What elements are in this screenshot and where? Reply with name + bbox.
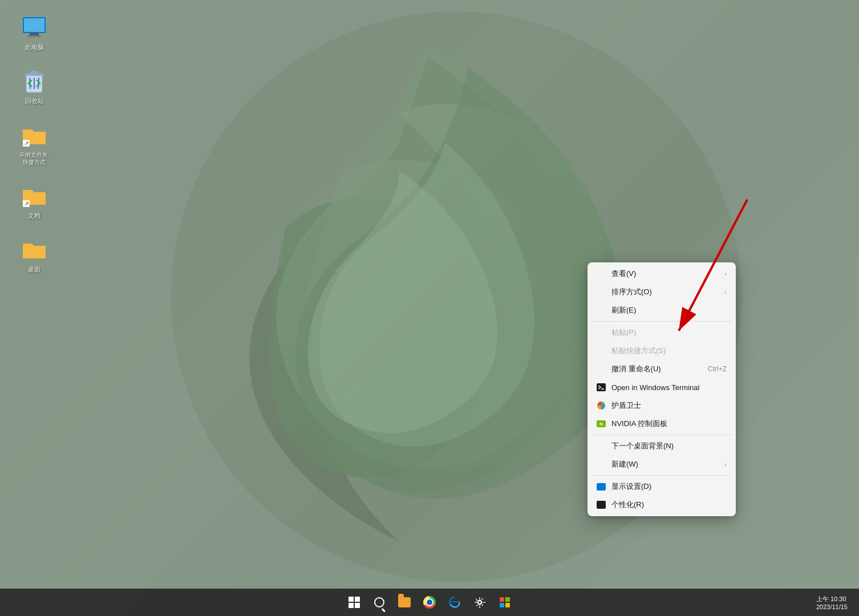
desktop-icon-folder-demo[interactable]: ↗ 示例文件夹·快捷方式 xyxy=(11,119,57,168)
taskbar-file-explorer-button[interactable] xyxy=(393,591,416,614)
context-menu-refresh-label: 刷新(E) xyxy=(611,305,727,315)
taskbar: 上午 10:302023/11/15 xyxy=(0,589,859,616)
context-menu-refresh[interactable]: 刷新(E) xyxy=(587,301,736,319)
taskbar-tray: 上午 10:302023/11/15 xyxy=(816,595,848,610)
context-menu-nvidia-label: NVIDIA 控制面板 xyxy=(611,419,727,429)
undo-icon xyxy=(597,364,606,374)
computer-icon xyxy=(21,14,48,41)
svg-rect-19 xyxy=(505,597,510,602)
undo-shortcut: Ctrl+Z xyxy=(708,365,727,373)
sort-arrow-icon: › xyxy=(724,289,727,295)
paste-shortcut-icon xyxy=(597,346,606,355)
context-menu-view-label: 查看(V) xyxy=(611,269,719,279)
svg-rect-8 xyxy=(31,71,38,74)
context-menu-paste-shortcut-label: 粘贴快捷方式(S) xyxy=(611,346,727,356)
desktop: 此电脑 回收站 xyxy=(0,0,859,616)
context-menu-nvidia[interactable]: N NVIDIA 控制面板 xyxy=(587,415,736,433)
context-menu-undo-label: 撤消 重命名(U) xyxy=(611,364,702,374)
folder-desktop-icon xyxy=(21,236,48,263)
context-menu-paste-label: 粘贴(P) xyxy=(611,327,727,338)
svg-rect-18 xyxy=(500,597,504,602)
desktop-icon-folder-desktop[interactable]: 桌面 xyxy=(11,233,57,275)
windows-logo-icon xyxy=(349,597,360,608)
search-icon xyxy=(374,597,384,607)
sort-icon xyxy=(597,287,606,297)
taskbar-edge-button[interactable] xyxy=(443,591,466,614)
context-menu-undo[interactable]: 撤消 重命名(U) Ctrl+Z xyxy=(587,360,736,378)
context-menu-paste-shortcut: 粘贴快捷方式(S) xyxy=(587,342,736,360)
settings-gear-icon xyxy=(473,596,486,609)
nvidia-icon: N xyxy=(597,419,606,428)
desktop-icon-this-pc-label: 此电脑 xyxy=(25,43,44,51)
refresh-icon xyxy=(597,306,606,315)
paste-icon xyxy=(597,328,606,337)
context-menu-sort[interactable]: 排序方式(O) › xyxy=(587,283,736,301)
display-icon-img xyxy=(597,483,606,491)
svg-text:↗: ↗ xyxy=(25,201,29,206)
context-menu-terminal-label: Open in Windows Terminal xyxy=(611,383,727,392)
tray-time: 上午 10:302023/11/15 xyxy=(816,595,848,610)
recycle-bin-icon xyxy=(21,67,48,95)
file-explorer-icon xyxy=(398,597,411,607)
desktop-icon-recycle-bin-label: 回收站 xyxy=(25,97,44,105)
svg-rect-5 xyxy=(27,35,41,37)
personalize-icon-img xyxy=(597,501,606,509)
new-arrow-icon: › xyxy=(724,461,727,468)
svg-text:↗: ↗ xyxy=(25,140,29,146)
context-menu-personalize[interactable]: 个性化(R) xyxy=(587,496,736,514)
shield-guard-icon xyxy=(597,401,606,410)
desktop-icon-folder-text-label: 文档 xyxy=(28,212,40,220)
desktop-icons: 此电脑 回收站 xyxy=(11,11,57,275)
context-menu-shield-label: 护盾卫士 xyxy=(611,400,727,411)
folder-demo-icon: ↗ xyxy=(21,121,48,149)
terminal-icon-img xyxy=(597,383,606,391)
taskbar-start-button[interactable] xyxy=(343,591,366,614)
context-menu-view[interactable]: 查看(V) › xyxy=(587,265,736,283)
menu-separator-1 xyxy=(592,321,731,322)
svg-rect-21 xyxy=(505,603,510,607)
context-menu-new[interactable]: 新建(W) › xyxy=(587,455,736,473)
context-menu-personalize-label: 个性化(R) xyxy=(611,500,727,510)
desktop-icon-folder-desktop-label: 桌面 xyxy=(28,265,40,273)
wallpaper-icon xyxy=(597,441,606,451)
context-menu-open-terminal[interactable]: Open in Windows Terminal xyxy=(587,378,736,396)
context-menu-paste: 粘贴(P) xyxy=(587,323,736,342)
context-menu: 查看(V) › 排序方式(O) › 刷新(E) 粘贴(P) 粘贴快捷方式(S) xyxy=(587,262,736,516)
desktop-icon-folder-demo-label: 示例文件夹·快捷方式 xyxy=(19,151,50,166)
context-menu-next-wallpaper[interactable]: 下一个桌面背景(N) xyxy=(587,437,736,455)
context-menu-display-label: 显示设置(D) xyxy=(611,481,727,492)
view-icon xyxy=(597,269,606,278)
taskbar-settings-button[interactable] xyxy=(468,591,491,614)
context-menu-sort-label: 排序方式(O) xyxy=(611,287,719,297)
desktop-icon-folder-text[interactable]: ↗ 文档 xyxy=(11,180,57,222)
chrome-icon xyxy=(423,596,436,609)
context-menu-next-wallpaper-label: 下一个桌面背景(N) xyxy=(611,441,727,451)
taskbar-search-button[interactable] xyxy=(368,591,391,614)
shield-icon-img xyxy=(597,402,605,410)
desktop-icon-this-pc[interactable]: 此电脑 xyxy=(11,11,57,54)
svg-point-17 xyxy=(478,601,481,604)
desktop-icon-recycle-bin[interactable]: 回收站 xyxy=(11,65,57,107)
svg-rect-3 xyxy=(24,18,44,32)
store-icon xyxy=(499,596,511,609)
taskbar-store-button[interactable] xyxy=(493,591,516,614)
context-menu-new-label: 新建(W) xyxy=(611,459,719,469)
new-icon xyxy=(597,460,606,469)
terminal-icon xyxy=(597,383,606,392)
personalize-icon xyxy=(597,500,606,509)
context-menu-display[interactable]: 显示设置(D) xyxy=(587,477,736,496)
svg-rect-4 xyxy=(30,33,39,35)
menu-separator-2 xyxy=(592,435,731,435)
taskbar-chrome-button[interactable] xyxy=(418,591,441,614)
context-menu-shield[interactable]: 护盾卫士 xyxy=(587,396,736,415)
view-arrow-icon: › xyxy=(724,270,727,277)
edge-icon xyxy=(448,596,461,609)
nvidia-icon-img: N xyxy=(597,420,606,427)
taskbar-center xyxy=(343,591,516,614)
display-settings-icon xyxy=(597,482,606,491)
svg-rect-20 xyxy=(500,603,504,607)
menu-separator-3 xyxy=(592,475,731,476)
folder-text-icon: ↗ xyxy=(21,182,48,209)
